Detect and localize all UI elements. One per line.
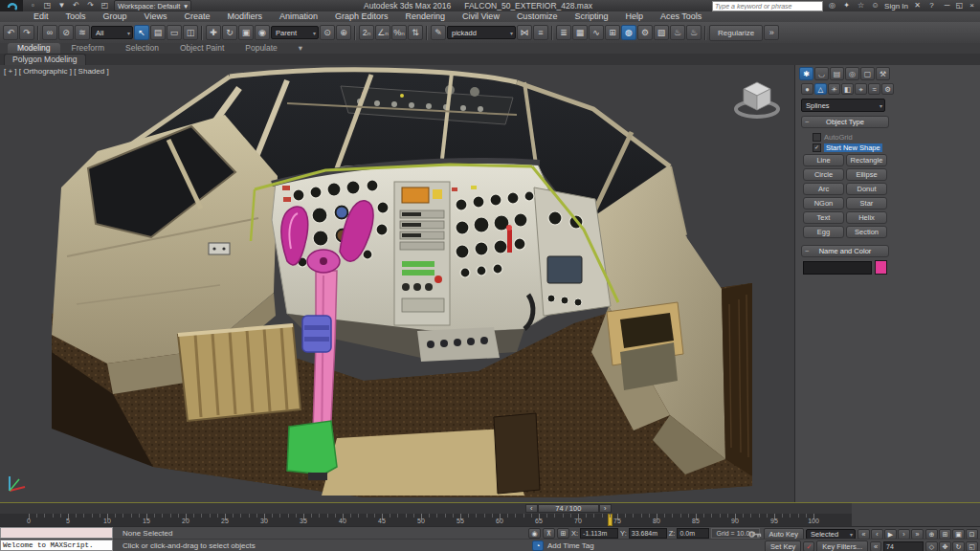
search-input[interactable]: [712, 1, 823, 11]
text-button[interactable]: Text: [803, 211, 844, 224]
select-by-name-icon[interactable]: ▤: [150, 25, 166, 40]
section-button[interactable]: Section: [846, 226, 887, 238]
current-frame-field[interactable]: 74: [883, 541, 924, 551]
cameras-category-icon[interactable]: ◧: [841, 83, 854, 95]
search-history-icon[interactable]: ◎: [826, 1, 838, 11]
viewcube[interactable]: [731, 75, 783, 122]
project-folder-icon[interactable]: ◰: [99, 1, 111, 11]
select-and-scale-icon[interactable]: ▣: [238, 25, 254, 40]
ngon-button[interactable]: NGon: [803, 197, 844, 209]
object-name-field[interactable]: [803, 261, 872, 275]
menu-animation[interactable]: Animation: [271, 11, 326, 22]
favorites-icon[interactable]: ☆: [855, 1, 867, 11]
menu-tools[interactable]: Tools: [57, 11, 95, 22]
select-and-link-icon[interactable]: ∞: [42, 25, 57, 40]
app-logo[interactable]: [0, 0, 23, 11]
add-time-tag[interactable]: ◔ Add Time Tag: [532, 540, 594, 551]
menu-scripting[interactable]: Scripting: [566, 11, 616, 22]
autogrid-row[interactable]: AutoGrid: [813, 132, 887, 142]
selection-lock-icon[interactable]: ⊼: [543, 528, 555, 539]
menu-edit[interactable]: Edit: [25, 11, 57, 22]
angle-snap-icon[interactable]: ∠ₙ: [375, 25, 390, 40]
line-button[interactable]: Line: [803, 154, 844, 166]
name-and-color-rollout-header[interactable]: − Name and Color: [801, 245, 889, 257]
helpers-category-icon[interactable]: ⌖: [855, 83, 867, 95]
y-coordinate-field[interactable]: 33.684m: [629, 528, 667, 539]
donut-button[interactable]: Donut: [846, 183, 887, 195]
object-color-swatch[interactable]: [875, 260, 887, 275]
menu-group[interactable]: Group: [95, 11, 136, 22]
menu-civil-view[interactable]: Civil View: [454, 11, 508, 22]
mirror-icon[interactable]: ⋈: [517, 25, 532, 40]
menu-rendering[interactable]: Rendering: [397, 11, 455, 22]
toolbar-overflow-icon[interactable]: »: [764, 25, 779, 40]
space-warps-category-icon[interactable]: ≈: [868, 83, 880, 95]
menu-create[interactable]: Create: [175, 11, 218, 22]
x-coordinate-field[interactable]: -1.113m: [580, 528, 618, 539]
shape-type-dropdown[interactable]: Splines▾: [801, 99, 885, 112]
isolate-selection-icon[interactable]: ◉: [528, 528, 541, 539]
minimize-button[interactable]: ─: [941, 1, 953, 11]
render-setup-icon[interactable]: ⚙: [637, 25, 653, 40]
ellipse-button[interactable]: Ellipse: [846, 168, 887, 181]
ribbon-tab-modeling[interactable]: Modeling: [8, 43, 60, 54]
menu-modifiers[interactable]: Modifiers: [218, 11, 271, 22]
object-type-rollout-header[interactable]: − Object Type: [801, 116, 889, 128]
lights-category-icon[interactable]: ☀: [828, 83, 840, 95]
close-button[interactable]: ×: [966, 1, 978, 11]
hierarchy-tab[interactable]: ▤: [830, 67, 844, 80]
use-pivot-point-center-icon[interactable]: ⊙: [320, 25, 335, 40]
select-and-manipulate-icon[interactable]: ⊕: [336, 25, 351, 40]
circle-button[interactable]: Circle: [803, 168, 844, 181]
ribbon-subtab-polygon-modeling[interactable]: Polygon Modeling: [4, 54, 86, 65]
maxscript-mini-listener[interactable]: Welcome to MAXScript.: [0, 540, 113, 551]
ribbon-tab-populate[interactable]: Populate: [235, 43, 287, 54]
time-slider-value[interactable]: 74 / 100: [538, 504, 599, 513]
select-object-icon[interactable]: ↖: [134, 25, 149, 40]
utilities-tab[interactable]: ⚒: [876, 67, 890, 80]
unlink-selection-icon[interactable]: ⊘: [58, 25, 74, 40]
render-production-icon[interactable]: ♨: [670, 25, 685, 40]
select-and-move-icon[interactable]: ✚: [206, 25, 221, 40]
modify-tab[interactable]: ◡: [814, 67, 829, 80]
layer-manager-icon[interactable]: ≣: [556, 25, 571, 40]
open-file-icon[interactable]: ◳: [41, 1, 54, 11]
redo-icon[interactable]: ↷: [84, 1, 97, 11]
snaps-toggle-icon[interactable]: 2ₙ: [359, 25, 374, 40]
orbit-icon[interactable]: ↻: [952, 541, 965, 551]
frame-back-arrow[interactable]: ‹: [525, 504, 538, 513]
autogrid-checkbox[interactable]: [813, 133, 821, 142]
start-new-shape-row[interactable]: ✓ Start New Shape: [813, 143, 887, 152]
percent-snap-icon[interactable]: %ₙ: [391, 25, 407, 40]
communication-center-icon[interactable]: ✦: [840, 1, 853, 11]
key-filters-button[interactable]: Key Filters...: [816, 540, 868, 551]
set-key-button[interactable]: Set Key: [765, 540, 801, 551]
bind-to-space-warp-icon[interactable]: ≋: [75, 25, 90, 40]
star-button[interactable]: Star: [846, 197, 887, 209]
save-file-icon[interactable]: ▼: [56, 1, 68, 11]
pan-icon[interactable]: ✥: [939, 541, 951, 551]
new-scene-icon[interactable]: ▫: [27, 1, 39, 11]
redo-icon[interactable]: ↷: [19, 25, 34, 40]
motion-tab[interactable]: ◎: [845, 67, 859, 80]
time-slider-handle[interactable]: ‹ 74 / 100 ›: [525, 504, 612, 513]
timeline-ruler[interactable]: 0510152025303540455055606570758085909510…: [0, 514, 853, 526]
select-and-rotate-icon[interactable]: ↻: [222, 25, 237, 40]
helix-button[interactable]: Helix: [846, 211, 887, 224]
regularize-button[interactable]: Regularize: [709, 25, 763, 41]
graphite-ribbon-toggle-icon[interactable]: ▦: [572, 25, 588, 40]
menu-customize[interactable]: Customize: [508, 11, 567, 22]
undo-icon[interactable]: ↶: [70, 1, 82, 11]
named-selection-sets-dropdown[interactable]: pickadd▾: [447, 26, 516, 39]
rendered-frame-window-icon[interactable]: ▧: [654, 25, 669, 40]
align-icon[interactable]: ≡: [533, 25, 548, 40]
rectangular-selection-region-icon[interactable]: ▭: [167, 25, 182, 40]
schematic-view-icon[interactable]: ⊞: [605, 25, 620, 40]
shapes-category-icon[interactable]: △: [814, 83, 827, 95]
transform-typein-icon[interactable]: ⊞: [557, 528, 569, 539]
menu-views[interactable]: Views: [136, 11, 176, 22]
start-new-shape-checkbox[interactable]: ✓: [813, 143, 821, 152]
viewport-orthographic[interactable]: [ + ] [ Orthographic ] [ Shaded ]: [0, 65, 794, 502]
spinner-snap-icon[interactable]: ⇅: [408, 25, 423, 40]
undo-icon[interactable]: ↶: [3, 25, 18, 40]
